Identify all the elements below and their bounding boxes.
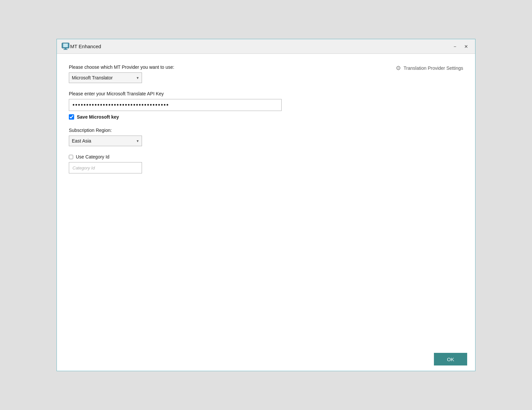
content-area: ⚙ Translation Provider Settings Please c…	[57, 54, 475, 348]
provider-settings-label: Translation Provider Settings	[404, 65, 463, 71]
use-category-checkbox[interactable]	[69, 155, 73, 159]
provider-settings-link[interactable]: ⚙ Translation Provider Settings	[396, 64, 463, 72]
minimize-button[interactable]: −	[450, 42, 460, 51]
use-category-label[interactable]: Use Category Id	[76, 154, 109, 159]
svg-rect-1	[63, 44, 68, 47]
window-title: MT Enhanced	[70, 44, 450, 49]
subscription-region-dropdown-wrapper: East Asia West Europe East US West US ▼	[69, 136, 142, 146]
close-button[interactable]: ✕	[461, 42, 471, 51]
save-key-label[interactable]: Save Microsoft key	[77, 114, 119, 120]
gear-icon: ⚙	[396, 64, 401, 72]
window-controls: − ✕	[450, 42, 471, 51]
api-key-input[interactable]	[69, 99, 282, 111]
save-key-checkbox[interactable]	[69, 114, 74, 120]
title-bar: MT Enhanced − ✕	[57, 39, 475, 54]
provider-dropdown-wrapper: Microsoft Translator Google Translate De…	[69, 72, 142, 83]
subscription-region-label: Subscription Region:	[69, 128, 463, 133]
category-id-input[interactable]	[69, 162, 142, 173]
api-key-label: Please enter your Microsoft Translate AP…	[69, 91, 463, 96]
use-category-row: Use Category Id	[69, 154, 463, 159]
save-key-row: Save Microsoft key	[69, 114, 463, 120]
main-window: MT Enhanced − ✕ ⚙ Translation Provider S…	[57, 39, 475, 371]
provider-dropdown[interactable]: Microsoft Translator Google Translate De…	[69, 72, 142, 83]
svg-rect-3	[64, 49, 67, 50]
subscription-region-dropdown[interactable]: East Asia West Europe East US West US	[69, 136, 142, 146]
svg-rect-2	[65, 48, 66, 49]
app-icon	[61, 42, 70, 51]
ok-button[interactable]: OK	[434, 353, 467, 365]
footer: OK	[57, 348, 475, 371]
